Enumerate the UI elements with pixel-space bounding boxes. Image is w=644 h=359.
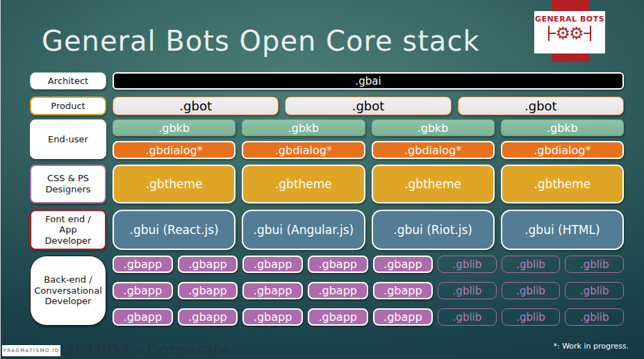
gbapp-box: .gbapp [308, 282, 368, 299]
row-designers: CSS & PS Designers .gbtheme .gbtheme .gb… [30, 165, 624, 203]
gbkb-box: .gbkb [501, 119, 624, 136]
gbapp-box: .gbapp [308, 308, 368, 326]
gbot-box: .gbot [113, 97, 279, 115]
gbapp-box: .gbapp [178, 282, 238, 299]
row-frontend: Font end / App Developer .gbui (React.js… [30, 210, 624, 250]
gbkb-box: .gbkb [242, 119, 365, 136]
gbtheme-box: .gbtheme [242, 165, 365, 203]
slide: General Bots Open Core stack GENERAL BOT… [0, 0, 644, 359]
gbui-box: .gbui (Riot.js) [372, 210, 495, 250]
gears-icon: ⚙ ⚙ [540, 24, 599, 42]
gbai-box: .gbai [113, 72, 624, 90]
gear-line [584, 33, 590, 34]
gbapp-box: .gbapp [242, 308, 303, 326]
gbot-box: .gbot [458, 97, 624, 115]
row-backend: Back-end / Conversational Developer .gba… [30, 256, 624, 326]
gbapp-box: .gbapp [242, 282, 303, 299]
gbapp-box: .gbapp [373, 256, 434, 273]
label-architect: Architect [30, 72, 106, 90]
footer-caption: 2018Q4 - Corporate [65, 341, 230, 359]
gblib-box: .gblib [565, 282, 624, 299]
label-designers: CSS & PS Designers [30, 165, 106, 203]
gblib-box: .gblib [438, 282, 497, 299]
label-end-user: End-user [30, 119, 106, 159]
work-in-progress-note: *: Work in progress. [553, 342, 629, 351]
gbdialog-box: .gbdialog* [242, 141, 365, 159]
gbapp-box: .gbapp [373, 282, 434, 299]
gear-icon: ⚙ [555, 24, 570, 42]
label-frontend: Font end / App Developer [30, 210, 106, 250]
gbtheme-box: .gbtheme [113, 165, 236, 203]
row-end-user: End-user .gbkb .gbkb .gbkb .gbkb .gbdial… [30, 119, 624, 159]
gear-end-bar [590, 26, 591, 41]
gblib-box: .gblib [502, 308, 561, 326]
row-architect: Architect .gbai [30, 72, 624, 90]
gbapp-box: .gbapp [373, 308, 434, 326]
gbtheme-box: .gbtheme [501, 165, 624, 203]
gbkb-box: .gbkb [372, 119, 495, 136]
gbkb-box: .gbkb [113, 119, 236, 136]
gbapp-box: .gbapp [178, 308, 238, 326]
gbapp-box: .gbapp [178, 256, 238, 273]
label-backend: Back-end / Conversational Developer [30, 256, 106, 326]
gbapp-box: .gbapp [242, 256, 303, 273]
gblib-box: .gblib [438, 256, 497, 273]
logo-brand-text: GENERAL BOTS [535, 15, 604, 24]
gbui-box: .gbui (React.js) [113, 210, 236, 250]
stack-diagram: Architect .gbai Product .gbot .gbot .gbo… [30, 72, 624, 326]
gbdialog-box: .gbdialog* [501, 141, 624, 159]
general-bots-logo: GENERAL BOTS ⚙ ⚙ [534, 11, 605, 53]
gbdialog-box: .gbdialog* [372, 141, 495, 159]
gblib-box: .gblib [502, 256, 561, 273]
gbot-box: .gbot [285, 97, 451, 115]
gbapp-box: .gbapp [113, 308, 173, 326]
label-product: Product [30, 97, 106, 115]
gear-icon: ⚙ [569, 24, 584, 42]
pragmatismo-logo: PRAGMATISMO.IO [2, 345, 60, 356]
gblib-box: .gblib [438, 308, 497, 326]
gbui-box: .gbui (HTML) [501, 210, 624, 250]
page-title: General Bots Open Core stack [42, 25, 480, 57]
gblib-box: .gblib [565, 308, 624, 326]
gbapp-box: .gbapp [113, 256, 173, 273]
gbapp-box: .gbapp [113, 282, 173, 299]
gbapp-box: .gbapp [308, 256, 368, 273]
gblib-box: .gblib [565, 256, 624, 273]
gbdialog-box: .gbdialog* [113, 141, 236, 159]
gblib-box: .gblib [502, 282, 561, 299]
row-product: Product .gbot .gbot .gbot [30, 97, 624, 115]
gbui-box: .gbui (Angular.js) [242, 210, 365, 250]
gbtheme-box: .gbtheme [372, 165, 495, 203]
